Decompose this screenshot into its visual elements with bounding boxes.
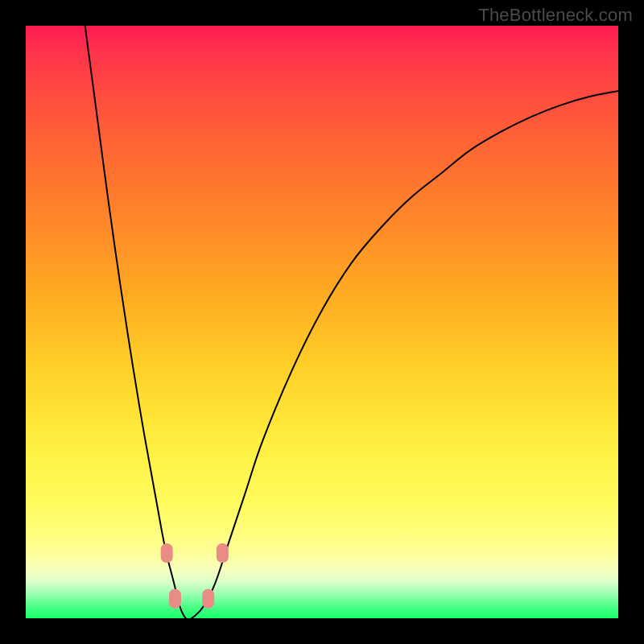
marker-left-upper [161, 543, 173, 563]
marker-right-lower [202, 589, 214, 609]
marker-right-upper [217, 543, 229, 563]
chart-frame: TheBottleneck.com [0, 0, 644, 644]
chart-svg-layer [26, 26, 618, 618]
bottleneck-curve [85, 26, 618, 618]
marker-left-lower [169, 589, 181, 609]
attribution-text: TheBottleneck.com [478, 5, 633, 26]
